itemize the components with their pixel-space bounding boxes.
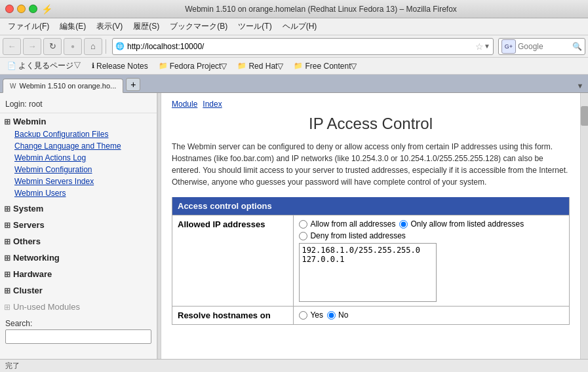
sidebar-hardware-label: Hardware	[13, 269, 52, 279]
sidebar-link-backup-config[interactable]: Backup Configuration Files	[0, 128, 157, 140]
sidebar-section-header-cluster[interactable]: ⊞ Cluster	[0, 284, 157, 297]
bookmark-fedora-project[interactable]: 📁 Fedora Project▽	[155, 60, 231, 72]
index-link[interactable]: Index	[203, 100, 222, 109]
browser-icon: ⚡	[41, 4, 52, 14]
sidebar-section-header-others[interactable]: ⊞ Others	[0, 234, 157, 248]
sidebar-section-header-webmin[interactable]: ⊞ Webmin	[0, 115, 157, 128]
access-table-header: Access control options	[172, 197, 570, 215]
menu-help[interactable]: ヘルプ(H)	[279, 20, 321, 33]
bookmark-label-4: Red Hat▽	[248, 62, 283, 71]
sidebar-networking-icon: ⊞	[4, 253, 10, 263]
sidebar-section-header-unused[interactable]: ⊞ Un-used Modules	[0, 300, 157, 314]
radio-resolve-yes[interactable]: Yes	[299, 310, 323, 320]
menu-tools[interactable]: ツール(T)	[234, 20, 275, 33]
reload-button[interactable]: ↻	[43, 38, 62, 55]
sidebar-search-input[interactable]	[5, 329, 151, 344]
sidebar-section-webmin: ⊞ Webmin Backup Configuration Files Chan…	[0, 113, 157, 200]
bookmark-icon-4: 📁	[237, 62, 246, 70]
radio-group: Allow from all addresses Only allow from…	[299, 219, 564, 302]
sidebar-section-others: ⊞ Others	[0, 233, 157, 250]
menu-file[interactable]: ファイル(F)	[4, 20, 53, 33]
tab-favicon: W	[10, 83, 16, 90]
address-bar[interactable]: 🌐 ☆ ▼	[112, 38, 494, 55]
resolve-hostnames-label: Resolve hostnames on	[172, 307, 294, 325]
search-icon[interactable]: 🔍	[572, 42, 582, 51]
sidebar-section-unused: ⊞ Un-used Modules	[0, 299, 157, 315]
toolbar: ← → ↻ ● ⌂ 🌐 ☆ ▼ G+ 🔍	[0, 35, 588, 58]
sidebar-link-change-language[interactable]: Change Language and Theme	[0, 140, 157, 152]
sidebar-section-header-networking[interactable]: ⊞ Networking	[0, 251, 157, 265]
home-button[interactable]: ⌂	[84, 38, 102, 55]
tab-label: Webmin 1.510 on orange.ho...	[19, 82, 116, 90]
sidebar-others-label: Others	[13, 236, 41, 246]
radio-only-listed[interactable]: Only allow from listed addresses	[399, 219, 524, 229]
minimize-button[interactable]	[17, 5, 26, 13]
search-engine-button[interactable]: G+	[501, 39, 516, 54]
bookmark-star-icon[interactable]: ☆	[475, 41, 484, 52]
bookmark-free-content[interactable]: 📁 Free Content▽	[290, 60, 360, 72]
module-nav: Module Index	[172, 100, 570, 109]
address-input[interactable]	[127, 42, 475, 51]
menu-bookmarks[interactable]: ブックマーク(B)	[166, 20, 231, 33]
radio-deny-listed-input[interactable]	[299, 232, 307, 240]
sidebar-section-header-system[interactable]: ⊞ System	[0, 202, 157, 215]
bookmark-label-5: Free Content▽	[305, 62, 357, 71]
browser-content: Login: root ⊞ Webmin Backup Configuratio…	[0, 93, 588, 359]
sidebar-section-system: ⊞ System	[0, 200, 157, 217]
bookmarks-bar: 📄 よく見るページ▽ ℹ Release Notes 📁 Fedora Proj…	[0, 58, 588, 75]
sidebar-section-networking: ⊞ Networking	[0, 250, 157, 266]
tab-scroll-right[interactable]: ▼	[575, 79, 585, 92]
search-input[interactable]	[518, 42, 570, 51]
radio-resolve-no-label: No	[338, 310, 348, 320]
menu-history[interactable]: 履歴(S)	[129, 20, 163, 33]
sidebar-webmin-icon: ⊞	[4, 117, 10, 126]
sidebar-section-header-hardware[interactable]: ⊞ Hardware	[0, 267, 157, 281]
radio-allow-all[interactable]: Allow from all addresses	[299, 219, 395, 229]
ip-address-textarea[interactable]: 192.168.1.0/255.255.255.0 127.0.0.1	[299, 243, 437, 302]
sidebar-system-label: System	[13, 204, 43, 214]
maximize-button[interactable]	[29, 5, 37, 13]
sidebar-unused-label: Un-used Modules	[13, 302, 80, 312]
sidebar-link-servers-index[interactable]: Webmin Servers Index	[0, 176, 157, 187]
status-text: 完了	[5, 361, 20, 371]
sidebar-section-cluster: ⊞ Cluster	[0, 282, 157, 299]
back-icon: ←	[8, 41, 16, 51]
new-tab-button[interactable]: +	[126, 78, 140, 91]
module-link[interactable]: Module	[172, 100, 197, 109]
sidebar-system-icon: ⊞	[4, 204, 10, 214]
radio-resolve-no[interactable]: No	[327, 310, 348, 320]
sidebar-section-header-servers[interactable]: ⊞ Servers	[0, 218, 157, 232]
sidebar-link-configuration[interactable]: Webmin Configuration	[0, 164, 157, 176]
sidebar-link-actions-log[interactable]: Webmin Actions Log	[0, 152, 157, 164]
bookmark-frequently-visited[interactable]: 📄 よく見るページ▽	[4, 59, 85, 73]
sidebar-link-users[interactable]: Webmin Users	[0, 187, 157, 199]
menu-edit[interactable]: 編集(E)	[56, 20, 90, 33]
bookmark-icon-2: ℹ	[92, 62, 94, 70]
sidebar-servers-icon: ⊞	[4, 221, 10, 230]
bookmark-release-notes[interactable]: ℹ Release Notes	[88, 60, 151, 72]
menu-view[interactable]: 表示(V)	[92, 20, 127, 33]
tab-webmin[interactable]: W Webmin 1.510 on orange.ho...	[3, 79, 123, 93]
statusbar: 完了	[0, 359, 588, 372]
allowed-ip-label: Allowed IP addresses	[172, 215, 294, 307]
login-info: Login: root	[0, 97, 157, 113]
radio-allow-all-input[interactable]	[299, 220, 307, 229]
bookmark-label-1: よく見るページ▽	[18, 60, 81, 71]
back-button[interactable]: ←	[3, 38, 21, 55]
resolve-radio-row: Yes No	[299, 310, 564, 320]
sidebar-section-servers: ⊞ Servers	[0, 217, 157, 233]
address-dropdown-icon[interactable]: ▼	[484, 43, 490, 50]
bookmark-icon-5: 📁	[294, 62, 303, 70]
forward-icon: →	[28, 41, 37, 51]
radio-resolve-no-input[interactable]	[327, 311, 336, 320]
stop-button[interactable]: ●	[64, 38, 82, 55]
radio-only-listed-input[interactable]	[399, 220, 408, 229]
bookmark-label-2: Release Notes	[96, 62, 148, 71]
close-button[interactable]	[5, 5, 14, 13]
forward-button[interactable]: →	[23, 38, 41, 55]
radio-resolve-yes-input[interactable]	[299, 311, 307, 320]
sidebar-unused-icon: ⊞	[4, 303, 10, 312]
bookmark-red-hat[interactable]: 📁 Red Hat▽	[234, 60, 286, 72]
radio-deny-listed[interactable]: Deny from listed addresses	[299, 231, 405, 240]
content-scrollbar[interactable]	[580, 93, 588, 359]
